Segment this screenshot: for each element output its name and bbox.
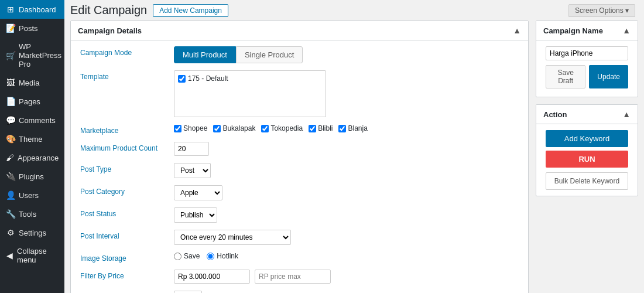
marketplace-tokopedia: Tokopedia [261, 124, 303, 132]
campaign-mode-label: Campaign Mode [80, 46, 168, 57]
sidebar-item-wp-marketpress[interactable]: 🛒 WP MarketPress Pro [0, 38, 64, 73]
campaign-details-body: Campaign Mode Multi Product Single Produ… [71, 40, 528, 293]
post-status-select[interactable]: Publish Draft Private [174, 207, 217, 223]
template-label: Template [80, 70, 168, 81]
posts-icon: 📝 [6, 23, 15, 33]
marketplace-shopee: Shopee [174, 124, 207, 132]
post-category-select[interactable]: Apple Android Windows [174, 185, 222, 200]
campaign-name-panel: Campaign Name ▲ Save Draft Update [536, 21, 638, 97]
page-title-row: Edit Campaign Add New Campaign [70, 4, 228, 17]
price-min-input[interactable] [174, 270, 250, 284]
campaign-details-panel: Campaign Details ▲ Campaign Mode Multi P… [70, 21, 529, 293]
sidebar-item-label: Appearance [18, 154, 59, 162]
action-body: Add Keyword RUN Bulk Delete Keyword [536, 124, 638, 196]
image-storage-save-radio[interactable] [174, 253, 181, 260]
template-control: 175 - Default [174, 70, 519, 117]
update-button[interactable]: Update [589, 65, 628, 88]
sidebar-item-collapse[interactable]: ◀ Collapse menu [0, 242, 64, 269]
appearance-icon: 🖌 [6, 153, 14, 162]
filter-price-row: Filter By Price [80, 270, 519, 284]
filter-rating-select[interactable]: All 4+ 3+ [174, 291, 202, 293]
save-draft-button[interactable]: Save Draft [546, 65, 585, 88]
image-storage-radio-group: Save Hotlink [174, 252, 519, 260]
add-keyword-button[interactable]: Add Keyword [546, 130, 628, 147]
action-title: Action [543, 110, 567, 119]
media-icon: 🖼 [6, 78, 15, 87]
sidebar-item-media[interactable]: 🖼 Media [0, 73, 64, 92]
sidebar-item-label: Theme [19, 135, 42, 144]
action-toggle[interactable]: ▲ [622, 110, 631, 119]
price-row [174, 270, 519, 284]
filter-rating-label: Filter By Rating [80, 291, 168, 293]
template-checkbox[interactable] [178, 75, 186, 83]
marketplace-shopee-checkbox[interactable] [174, 125, 181, 132]
comments-icon: 💬 [6, 115, 15, 125]
template-item-label: 175 - Default [188, 74, 228, 83]
sidebar-item-pages[interactable]: 📄 Pages [0, 92, 64, 111]
marketplace-bukalapak: Bukalapak [213, 124, 255, 132]
theme-icon: 🎨 [6, 134, 15, 144]
filter-price-label: Filter By Price [80, 270, 168, 280]
marketplace-blibli: Blibli [309, 124, 333, 132]
marketplace-blanja-checkbox[interactable] [338, 125, 346, 132]
image-storage-hotlink-label: Hotlink [217, 252, 238, 260]
image-storage-hotlink-radio[interactable] [207, 253, 214, 260]
post-type-select[interactable]: Post Page [174, 163, 211, 178]
campaign-name-body: Save Draft Update [536, 40, 638, 97]
main-content: Edit Campaign Add New Campaign Screen Op… [64, 0, 644, 293]
sidebar-item-comments[interactable]: 💬 Comments [0, 111, 64, 130]
sidebar-item-dashboard[interactable]: ⊞ Dashboard [0, 0, 64, 19]
plugins-icon: 🔌 [6, 172, 15, 181]
template-row: Template 175 - Default [80, 70, 519, 117]
page-title: Edit Campaign [70, 4, 147, 17]
bulk-delete-keyword-button[interactable]: Bulk Delete Keyword [546, 172, 628, 190]
max-product-count-control [174, 142, 519, 156]
campaign-name-toggle[interactable]: ▲ [622, 26, 631, 35]
sidebar-item-label: Users [19, 191, 39, 200]
image-storage-save: Save [174, 252, 200, 260]
post-interval-select[interactable]: Once every 20 minutes Once every hour Tw… [174, 230, 291, 245]
post-status-control: Publish Draft Private [174, 207, 519, 223]
sidebar-item-tools[interactable]: 🔧 Tools [0, 205, 64, 223]
run-button[interactable]: RUN [546, 151, 628, 168]
sidebar-item-posts[interactable]: 📝 Posts [0, 19, 64, 38]
sidebar-item-theme[interactable]: 🎨 Theme [0, 130, 64, 148]
campaign-name-btn-row: Save Draft Update [546, 65, 628, 88]
sidebar-item-label: Comments [19, 116, 56, 125]
sidebar-item-label: Posts [19, 24, 38, 33]
campaign-name-header: Campaign Name ▲ [536, 21, 638, 40]
template-box[interactable]: 175 - Default [174, 70, 326, 117]
post-type-label: Post Type [80, 163, 168, 173]
max-product-count-input[interactable] [174, 142, 209, 156]
image-storage-save-label: Save [184, 252, 200, 260]
sidebar-item-label: Pages [19, 97, 40, 106]
collapse-icon: ◀ [6, 251, 13, 260]
sidebar-item-settings[interactable]: ⚙ Settings [0, 223, 64, 242]
sidebar-item-label: Collapse menu [17, 247, 59, 264]
max-product-count-label: Maximum Product Count [80, 142, 168, 152]
mode-btn-group: Multi Product Single Product [174, 46, 519, 63]
multi-product-button[interactable]: Multi Product [174, 46, 236, 63]
marketplace-tokopedia-checkbox[interactable] [261, 125, 269, 132]
marketplace-bukalapak-checkbox[interactable] [213, 125, 221, 132]
marketplace-label: Marketplace [80, 124, 168, 135]
sidebar-item-label: Settings [19, 229, 46, 237]
panel-toggle-icon[interactable]: ▲ [513, 26, 521, 35]
add-new-campaign-button[interactable]: Add New Campaign [153, 4, 228, 17]
right-panels: Campaign Name ▲ Save Draft Update Action… [536, 21, 638, 293]
sidebar-item-appearance[interactable]: 🖌 Appearance [0, 148, 64, 167]
sidebar-item-users[interactable]: 👤 Users [0, 186, 64, 205]
campaign-name-input[interactable] [546, 46, 628, 60]
marketpress-icon: 🛒 [6, 51, 15, 60]
image-storage-hotlink: Hotlink [207, 252, 238, 260]
single-product-button[interactable]: Single Product [236, 46, 303, 63]
marketplace-list: Shopee Bukalapak Tokopedia [174, 124, 519, 132]
screen-options-button[interactable]: Screen Options ▾ [568, 4, 635, 17]
marketplace-bukalapak-label: Bukalapak [222, 124, 255, 132]
content-area: Campaign Details ▲ Campaign Mode Multi P… [64, 21, 644, 293]
pages-icon: 📄 [6, 97, 15, 106]
sidebar-item-plugins[interactable]: 🔌 Plugins [0, 167, 64, 186]
marketplace-blibli-checkbox[interactable] [309, 125, 316, 132]
image-storage-row: Image Storage Save Hotlink [80, 252, 519, 263]
price-max-input[interactable] [255, 270, 331, 284]
